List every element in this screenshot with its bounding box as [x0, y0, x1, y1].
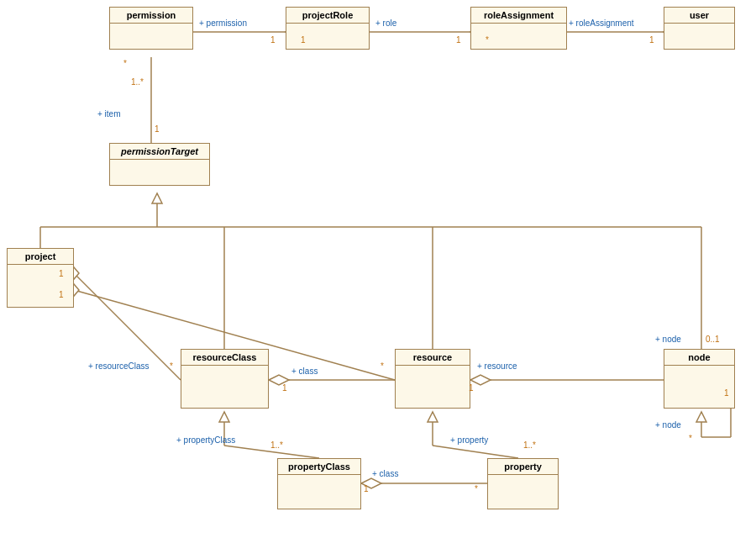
label-resource-mult1: 1	[469, 383, 474, 393]
label-permission-mult1: *	[123, 59, 127, 68]
class-projectrole: projectRole	[286, 7, 370, 50]
label-class-mult2: *	[381, 361, 384, 371]
class-user-body	[664, 24, 734, 49]
label-permission-mult2: 1	[270, 35, 276, 45]
class-roleassignment-header: roleAssignment	[471, 8, 566, 24]
label-role-mult1: 1	[301, 35, 306, 45]
class-permission-body	[110, 24, 192, 49]
svg-marker-34	[696, 412, 706, 422]
uml-diagram: permission projectRole roleAssignment us…	[0, 0, 756, 538]
class-permission: permission	[109, 7, 193, 50]
class-property-body	[488, 475, 558, 509]
label-node-self-mult2: 1	[724, 388, 729, 398]
label-property-mult1: 1..*	[523, 440, 536, 450]
label-resourceclass-assoc: + resourceClass	[88, 361, 150, 371]
label-resourceclass-mult: *	[170, 361, 173, 371]
label-resource-assoc: + resource	[477, 361, 517, 371]
label-item-mult: 1	[155, 124, 160, 134]
class-node-body	[664, 366, 734, 408]
class-resourceclass-header: resourceClass	[181, 350, 268, 366]
label-roleassign-assoc: + roleAssignment	[569, 18, 634, 28]
label-project-res-mult: 1	[59, 290, 64, 299]
label-node-mult: 0..1	[706, 335, 720, 344]
class-permissiontarget-body	[110, 160, 209, 185]
class-projectrole-body	[286, 24, 369, 49]
class-propertyclass-header: propertyClass	[278, 459, 360, 475]
class-resource: resource	[395, 349, 470, 409]
class-node: node	[664, 349, 735, 409]
label-project-rc-mult: 1	[59, 269, 64, 278]
class-permissiontarget: permissionTarget	[109, 143, 210, 186]
class-permission-header: permission	[110, 8, 192, 24]
label-property-assoc: + property	[450, 435, 488, 445]
class-resource-body	[396, 366, 470, 408]
svg-marker-13	[152, 193, 162, 203]
label-item-assoc: + item	[97, 109, 121, 119]
label-node-self-mult1: *	[689, 434, 692, 443]
class-property: property	[487, 458, 559, 509]
class-propertyclass: propertyClass	[277, 458, 361, 509]
class-projectrole-header: projectRole	[286, 8, 369, 24]
class-user: user	[664, 7, 735, 50]
class-resource-header: resource	[396, 350, 470, 366]
label-permission-down-mult: 1..*	[131, 77, 144, 87]
class-resourceclass-body	[181, 366, 268, 408]
label-propertyclass-assoc: + propertyClass	[176, 435, 235, 445]
class-user-header: user	[664, 8, 734, 24]
class-project: project	[7, 248, 74, 308]
label-class-mult1: 1	[282, 383, 287, 393]
label-class-assoc: + class	[291, 367, 318, 376]
label-permission-assoc: + permission	[199, 18, 247, 28]
class-propertyclass-body	[278, 475, 360, 509]
class-permissiontarget-header: permissionTarget	[110, 144, 209, 160]
label-propertyclass-mult1: 1..*	[270, 440, 283, 450]
class-property-header: property	[488, 459, 558, 475]
connector-lines	[0, 0, 756, 538]
label-node-assoc: + node	[655, 335, 681, 344]
label-node-self-assoc: + node	[655, 420, 681, 430]
svg-marker-27	[428, 412, 438, 422]
label-prop-class-assoc: + class	[372, 469, 398, 478]
label-prop-class-mult1: 1	[364, 484, 369, 493]
class-node-header: node	[664, 350, 734, 366]
label-role-mult2: 1	[456, 35, 461, 45]
svg-line-26	[433, 446, 518, 458]
svg-marker-24	[219, 412, 229, 422]
label-role-assoc: + role	[375, 18, 396, 28]
class-resourceclass: resourceClass	[181, 349, 269, 409]
label-roleassign-mult2: 1	[649, 35, 654, 45]
class-project-header: project	[8, 249, 73, 265]
label-roleassign-mult1: *	[486, 35, 489, 45]
label-prop-class-mult2: *	[475, 484, 478, 493]
